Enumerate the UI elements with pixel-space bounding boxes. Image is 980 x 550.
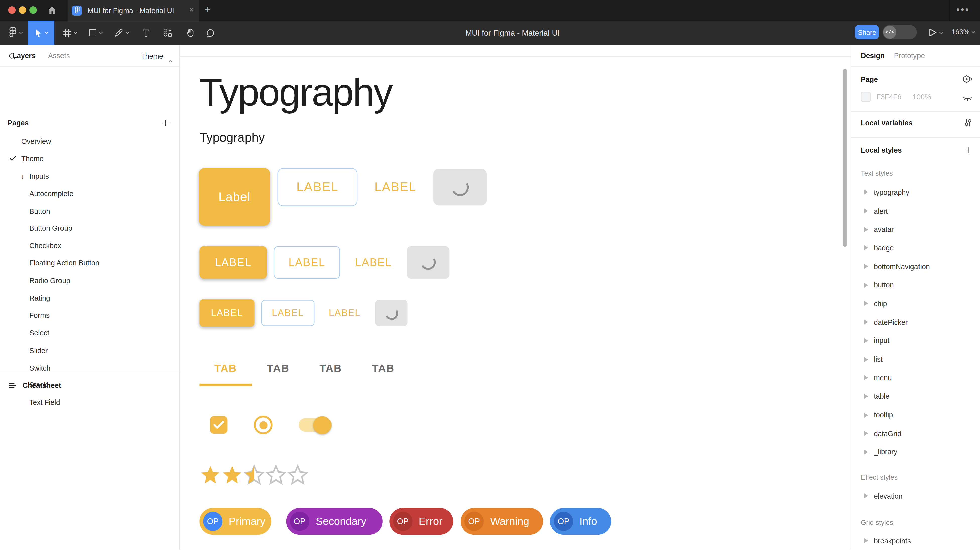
style-row-typography[interactable]: typography bbox=[851, 183, 980, 202]
window-more-icon[interactable]: ••• bbox=[956, 4, 970, 14]
canvas-scrollbar[interactable] bbox=[843, 69, 847, 247]
home-icon[interactable] bbox=[48, 6, 57, 17]
style-row-list[interactable]: list bbox=[851, 350, 980, 369]
tab-design[interactable]: Design bbox=[861, 52, 885, 59]
chip-info[interactable]: OP Info bbox=[550, 508, 611, 535]
frame-tool-button[interactable] bbox=[60, 21, 80, 45]
style-row-library[interactable]: _library bbox=[851, 443, 980, 461]
button-contained-small[interactable]: LABEL bbox=[199, 299, 254, 327]
sidebar-page-switch[interactable]: Switch bbox=[0, 359, 180, 377]
style-row-avatar[interactable]: avatar bbox=[851, 220, 980, 238]
sidebar-page-rating[interactable]: Rating bbox=[0, 289, 180, 307]
search-icon[interactable] bbox=[8, 52, 16, 63]
add-page-button[interactable] bbox=[162, 118, 169, 129]
file-tab[interactable]: MUI for Figma - Material UI × bbox=[67, 0, 199, 21]
variables-icon[interactable] bbox=[964, 118, 973, 130]
sidebar-page-inputs[interactable]: ↓ Inputs bbox=[0, 167, 180, 185]
dev-mode-toggle[interactable]: </> bbox=[883, 25, 917, 40]
tab-prototype[interactable]: Prototype bbox=[894, 52, 925, 59]
button-outlined-medium[interactable]: LABEL bbox=[274, 246, 340, 278]
chip-warning[interactable]: OP Warning bbox=[461, 508, 543, 535]
star-full-icon[interactable] bbox=[221, 464, 243, 486]
radio-selected[interactable] bbox=[254, 415, 273, 434]
zoom-level-control[interactable]: 163% bbox=[951, 28, 976, 36]
style-row-datagrid[interactable]: dataGrid bbox=[851, 424, 980, 443]
style-row-bottomnavigation[interactable]: bottomNavigation bbox=[851, 257, 980, 276]
style-row-table[interactable]: table bbox=[851, 387, 980, 406]
move-tool-button[interactable] bbox=[28, 21, 54, 45]
star-full-icon[interactable] bbox=[199, 464, 221, 486]
button-outlined-large[interactable]: LABEL bbox=[278, 168, 358, 206]
new-tab-button[interactable]: + bbox=[204, 4, 210, 16]
comment-tool-button[interactable] bbox=[202, 21, 220, 45]
page-color-opacity[interactable]: 100% bbox=[913, 93, 931, 101]
style-row-elevation[interactable]: elevation bbox=[851, 487, 980, 505]
sidebar-page-radio-group[interactable]: Radio Group bbox=[0, 272, 180, 289]
checkbox-checked[interactable] bbox=[210, 416, 228, 434]
button-outlined-small[interactable]: LABEL bbox=[261, 300, 315, 326]
button-text-small[interactable]: LABEL bbox=[322, 300, 368, 326]
button-text-medium[interactable]: LABEL bbox=[347, 246, 400, 278]
canvas[interactable]: Typography Typography Label LABEL LABEL … bbox=[180, 45, 851, 550]
sidebar-page-slider[interactable]: Slider bbox=[0, 342, 180, 359]
sidebar-page-forms[interactable]: Forms bbox=[0, 307, 180, 324]
style-row-tooltip[interactable]: tooltip bbox=[851, 406, 980, 424]
chip-secondary[interactable]: OP Secondary bbox=[286, 508, 382, 535]
actions-tool-button[interactable] bbox=[159, 21, 176, 45]
style-row-datepicker[interactable]: datePicker bbox=[851, 313, 980, 331]
tab-item-3[interactable]: TAB bbox=[304, 353, 357, 385]
chip-error[interactable]: OP Error bbox=[389, 508, 453, 535]
hand-tool-button[interactable] bbox=[181, 21, 199, 45]
page-color-hex[interactable]: F3F4F6 bbox=[876, 93, 907, 101]
switch-on[interactable] bbox=[299, 418, 332, 432]
sidebar-page-fab[interactable]: Floating Action Button bbox=[0, 254, 180, 272]
tab-assets[interactable]: Assets bbox=[48, 52, 70, 59]
shape-tool-button[interactable] bbox=[86, 21, 106, 45]
style-row-menu[interactable]: menu bbox=[851, 369, 980, 387]
sidebar-page-checkbox[interactable]: Checkbox bbox=[0, 237, 180, 254]
style-row-breakpoints[interactable]: breakpoints bbox=[851, 532, 980, 550]
button-contained-medium[interactable]: LABEL bbox=[199, 246, 267, 278]
style-row-button[interactable]: button bbox=[851, 276, 980, 294]
star-half-icon[interactable] bbox=[243, 464, 265, 486]
style-row-alert[interactable]: alert bbox=[851, 202, 980, 220]
apply-variable-icon[interactable] bbox=[963, 75, 973, 86]
star-empty-icon[interactable] bbox=[265, 464, 287, 486]
sidebar-page-button-group[interactable]: Button Group bbox=[0, 219, 180, 237]
button-text-large[interactable]: LABEL bbox=[366, 168, 425, 206]
chip-primary[interactable]: OP Primary bbox=[199, 508, 271, 535]
eye-off-icon[interactable] bbox=[963, 94, 973, 105]
sidebar-page-theme[interactable]: Theme bbox=[0, 150, 180, 167]
window-minimize-button[interactable] bbox=[19, 6, 26, 14]
sidebar-page-select[interactable]: Select bbox=[0, 324, 180, 342]
tabs-component: TAB TAB TAB TAB bbox=[199, 353, 409, 387]
main-menu-button[interactable] bbox=[5, 21, 26, 45]
page-switcher[interactable]: Theme bbox=[141, 45, 163, 67]
pen-tool-button[interactable] bbox=[112, 21, 132, 45]
tab-item-1[interactable]: TAB bbox=[199, 353, 252, 385]
button-loading-small[interactable] bbox=[375, 300, 407, 326]
button-loading-medium[interactable] bbox=[407, 246, 449, 278]
sidebar-page-autocomplete[interactable]: Autocomplete bbox=[0, 185, 180, 202]
sidebar-page-text-field[interactable]: Text Field bbox=[0, 394, 180, 411]
add-style-button[interactable] bbox=[964, 145, 972, 156]
tab-close-icon[interactable]: × bbox=[189, 6, 194, 14]
style-row-input[interactable]: input bbox=[851, 331, 980, 350]
tab-item-2[interactable]: TAB bbox=[252, 353, 304, 385]
style-row-badge[interactable]: badge bbox=[851, 238, 980, 257]
button-loading-large[interactable] bbox=[433, 168, 487, 205]
text-tool-button[interactable] bbox=[138, 21, 154, 45]
button-contained-large[interactable]: Label bbox=[199, 168, 270, 226]
window-close-button[interactable] bbox=[8, 6, 16, 14]
color-swatch[interactable] bbox=[861, 92, 871, 102]
share-button[interactable]: Share bbox=[855, 25, 879, 40]
style-row-chip[interactable]: chip bbox=[851, 294, 980, 313]
tab-item-4[interactable]: TAB bbox=[357, 353, 409, 385]
window-zoom-button[interactable] bbox=[29, 6, 37, 14]
sidebar-page-overview[interactable]: Overview bbox=[0, 132, 180, 150]
page-color-row[interactable]: F3F4F6 100% bbox=[861, 92, 931, 102]
present-button[interactable] bbox=[929, 28, 943, 37]
sidebar-item-cheatsheet[interactable]: Cheatsheet bbox=[0, 376, 180, 394]
star-empty-icon[interactable] bbox=[287, 464, 309, 486]
sidebar-page-button[interactable]: Button bbox=[0, 202, 180, 219]
